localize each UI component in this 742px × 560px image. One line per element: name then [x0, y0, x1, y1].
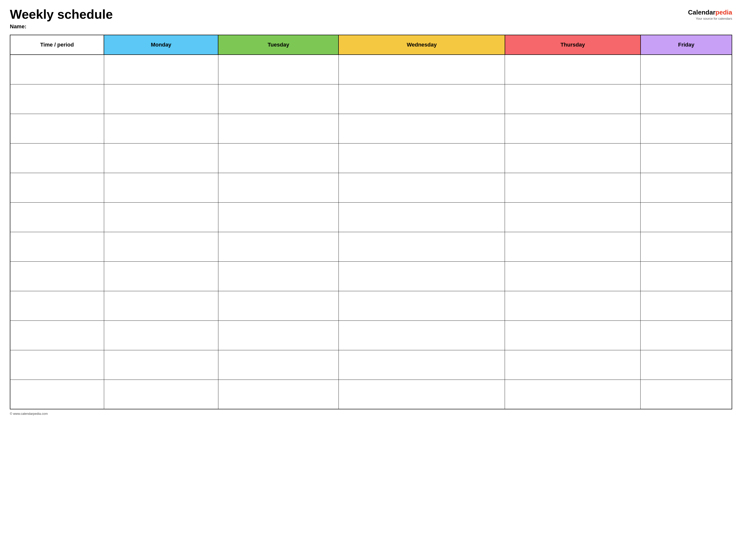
logo-calendar: Calendar: [688, 9, 716, 16]
schedule-cell[interactable]: [505, 202, 641, 232]
schedule-cell[interactable]: [505, 143, 641, 173]
table-row: [10, 114, 732, 143]
schedule-cell[interactable]: [641, 202, 732, 232]
table-row: [10, 232, 732, 262]
schedule-cell[interactable]: [505, 55, 641, 84]
schedule-cell[interactable]: [505, 262, 641, 291]
schedule-cell[interactable]: [104, 143, 218, 173]
schedule-cell[interactable]: [104, 114, 218, 143]
time-cell[interactable]: [10, 291, 104, 321]
schedule-cell[interactable]: [104, 202, 218, 232]
time-cell[interactable]: [10, 321, 104, 350]
table-row: [10, 380, 732, 409]
schedule-cell[interactable]: [505, 350, 641, 380]
schedule-cell[interactable]: [218, 114, 338, 143]
schedule-cell[interactable]: [338, 202, 505, 232]
col-header-time: Time / period: [10, 35, 104, 55]
schedule-cell[interactable]: [338, 262, 505, 291]
schedule-cell[interactable]: [218, 321, 338, 350]
schedule-cell[interactable]: [505, 291, 641, 321]
schedule-cell[interactable]: [505, 321, 641, 350]
schedule-cell[interactable]: [505, 114, 641, 143]
schedule-cell[interactable]: [641, 350, 732, 380]
time-cell[interactable]: [10, 380, 104, 409]
table-row: [10, 202, 732, 232]
schedule-cell[interactable]: [338, 321, 505, 350]
time-cell[interactable]: [10, 55, 104, 84]
schedule-cell[interactable]: [505, 380, 641, 409]
schedule-cell[interactable]: [218, 350, 338, 380]
table-row: [10, 173, 732, 202]
schedule-cell[interactable]: [641, 143, 732, 173]
schedule-cell[interactable]: [338, 84, 505, 114]
logo-pedia: pedia: [716, 9, 732, 16]
time-cell[interactable]: [10, 114, 104, 143]
schedule-cell[interactable]: [104, 84, 218, 114]
schedule-cell[interactable]: [338, 232, 505, 262]
schedule-body: [10, 55, 732, 409]
table-row: [10, 143, 732, 173]
table-row: [10, 84, 732, 114]
schedule-cell[interactable]: [104, 232, 218, 262]
schedule-cell[interactable]: [104, 350, 218, 380]
time-cell[interactable]: [10, 232, 104, 262]
schedule-cell[interactable]: [218, 173, 338, 202]
schedule-cell[interactable]: [505, 84, 641, 114]
copyright: © www.calendarpedia.com: [10, 412, 48, 415]
schedule-cell[interactable]: [505, 232, 641, 262]
schedule-cell[interactable]: [104, 173, 218, 202]
schedule-cell[interactable]: [338, 55, 505, 84]
page-title: Weekly schedule: [10, 7, 113, 21]
time-cell[interactable]: [10, 350, 104, 380]
schedule-cell[interactable]: [218, 143, 338, 173]
schedule-cell[interactable]: [641, 380, 732, 409]
schedule-cell[interactable]: [641, 232, 732, 262]
time-cell[interactable]: [10, 173, 104, 202]
schedule-cell[interactable]: [104, 380, 218, 409]
schedule-cell[interactable]: [218, 202, 338, 232]
footer: © www.calendarpedia.com: [10, 412, 732, 415]
schedule-cell[interactable]: [641, 114, 732, 143]
schedule-cell[interactable]: [338, 350, 505, 380]
schedule-cell[interactable]: [218, 55, 338, 84]
col-header-monday: Monday: [104, 35, 218, 55]
time-cell[interactable]: [10, 143, 104, 173]
schedule-cell[interactable]: [641, 84, 732, 114]
schedule-cell[interactable]: [338, 114, 505, 143]
logo-tagline: Your source for calendars: [696, 17, 732, 20]
table-row: [10, 350, 732, 380]
schedule-cell[interactable]: [641, 262, 732, 291]
schedule-cell[interactable]: [641, 173, 732, 202]
schedule-cell[interactable]: [505, 173, 641, 202]
schedule-cell[interactable]: [641, 321, 732, 350]
table-row: [10, 291, 732, 321]
table-row: [10, 262, 732, 291]
schedule-cell[interactable]: [218, 380, 338, 409]
header: Weekly schedule Name: Calendarpedia Your…: [10, 7, 732, 30]
col-header-thursday: Thursday: [505, 35, 641, 55]
schedule-cell[interactable]: [338, 380, 505, 409]
table-row: [10, 55, 732, 84]
col-header-friday: Friday: [641, 35, 732, 55]
schedule-cell[interactable]: [104, 291, 218, 321]
time-cell[interactable]: [10, 84, 104, 114]
schedule-cell[interactable]: [338, 143, 505, 173]
schedule-cell[interactable]: [218, 262, 338, 291]
logo-section: Calendarpedia Your source for calendars: [688, 7, 732, 20]
schedule-cell[interactable]: [641, 291, 732, 321]
schedule-cell[interactable]: [641, 55, 732, 84]
schedule-cell[interactable]: [338, 291, 505, 321]
schedule-cell[interactable]: [218, 291, 338, 321]
schedule-table: Time / period Monday Tuesday Wednesday T…: [10, 35, 732, 409]
schedule-cell[interactable]: [218, 232, 338, 262]
time-cell[interactable]: [10, 202, 104, 232]
name-label: Name:: [10, 23, 113, 30]
schedule-cell[interactable]: [338, 173, 505, 202]
schedule-cell[interactable]: [104, 55, 218, 84]
time-cell[interactable]: [10, 262, 104, 291]
schedule-cell[interactable]: [218, 84, 338, 114]
schedule-cell[interactable]: [104, 262, 218, 291]
schedule-cell[interactable]: [104, 321, 218, 350]
table-row: [10, 321, 732, 350]
logo: Calendarpedia: [688, 9, 732, 16]
